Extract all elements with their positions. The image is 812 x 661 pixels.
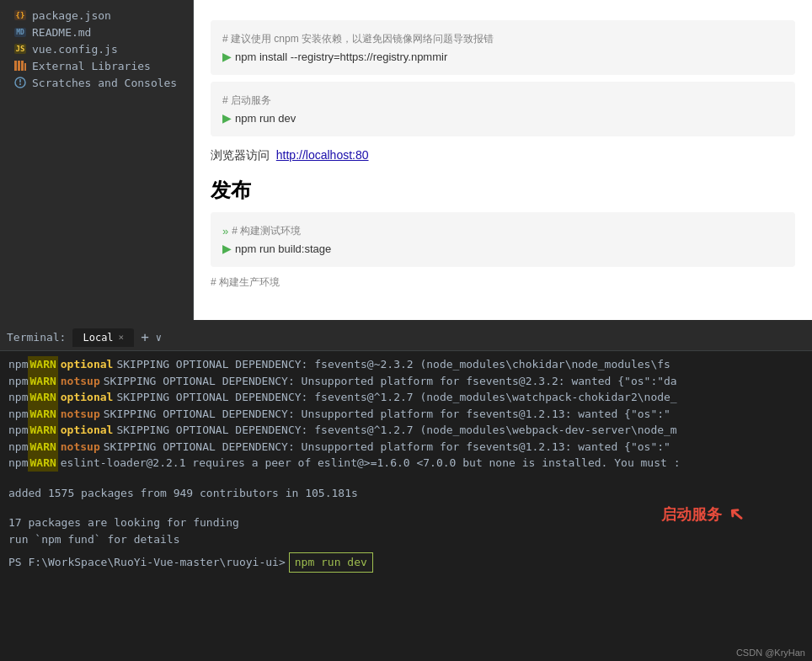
sidebar-item-label: vue.config.js — [32, 43, 118, 56]
run-arrow-icon: ▶ — [222, 50, 232, 63]
sidebar-item-label: External Libraries — [32, 60, 151, 72]
vue-config-icon: JS — [13, 42, 27, 56]
install-comment: # 建议使用 cnpm 安装依赖，以避免因镜像网络问题导致报错 — [222, 32, 494, 46]
browser-text: 浏览器访问 — [211, 148, 270, 162]
sidebar-item-scratches[interactable]: Scratches and Consoles — [0, 74, 193, 91]
sidebar-item-label: package.json — [32, 9, 111, 22]
build-test-cmd: npm run build:stage — [235, 243, 331, 255]
install-cmd-text: npm install --registry=https://registry.… — [235, 51, 447, 63]
terminal-line-3: npm WARN optional SKIPPING OPTIONAL DEPE… — [8, 389, 804, 406]
start-cmd-line: ▶ npm run dev — [222, 111, 783, 125]
annotation-container: 启动服务 ➜ — [661, 498, 745, 530]
terminal-line-7: npm WARN eslint-loader@2.2.1 requires a … — [8, 455, 804, 472]
start-comment: # 启动服务 — [222, 93, 271, 108]
start-run-icon: ▶ — [222, 111, 232, 125]
terminal-line-6: npm WARN notsup SKIPPING OPTIONAL DEPEND… — [8, 439, 804, 456]
svg-point-6 — [19, 83, 21, 85]
terminal-prompt-line: PS F:\WorkSpace\RuoYi-Vue-master\ruoyi-u… — [8, 552, 804, 573]
start-comment-line: # 启动服务 — [222, 93, 783, 108]
terminal-tab-local-label: Local — [83, 332, 113, 344]
top-section: {} package.json MD README.md JS vue.conf… — [0, 0, 812, 320]
readme-icon: MD — [13, 25, 27, 39]
svg-rect-1 — [18, 61, 20, 71]
sidebar-item-label: README.md — [32, 26, 91, 39]
terminal-line-4: npm WARN notsup SKIPPING OPTIONAL DEPEND… — [8, 406, 804, 423]
terminal-line-2: npm WARN notsup SKIPPING OPTIONAL DEPEND… — [8, 373, 804, 390]
annotation-text: 启动服务 — [661, 504, 722, 525]
scratch-icon — [13, 76, 27, 89]
sidebar-item-package-json[interactable]: {} package.json — [0, 7, 193, 24]
install-block: # 建议使用 cnpm 安装依赖，以避免因镜像网络问题导致报错 ▶ npm in… — [211, 20, 795, 75]
double-arrow-icon: » — [222, 225, 228, 237]
build-test-block: » # 构建测试环境 ▶ npm run build:stage — [211, 212, 795, 267]
start-cmd-text: npm run dev — [235, 112, 296, 125]
markdown-content: # 建议使用 cnpm 安装依赖，以避免因镜像网络问题导致报错 ▶ npm in… — [194, 0, 812, 320]
terminal-tabs-bar: Terminal: Local × + ∨ — [0, 324, 812, 351]
watermark: CSDN @KryHan — [736, 648, 805, 658]
sidebar-item-external-libraries[interactable]: External Libraries — [0, 57, 193, 74]
build-test-comment: # 构建测试环境 — [232, 224, 301, 238]
terminal-dropdown-icon[interactable]: ∨ — [156, 332, 162, 344]
library-icon — [13, 59, 27, 72]
sidebar-item-label: Scratches and Consoles — [32, 77, 177, 89]
file-tree-sidebar: {} package.json MD README.md JS vue.conf… — [0, 0, 194, 320]
install-comment-line: # 建议使用 cnpm 安装依赖，以避免因镜像网络问题导致报错 — [222, 32, 783, 46]
terminal-tab-local[interactable]: Local × — [72, 328, 134, 347]
terminal-line-1: npm WARN optional SKIPPING OPTIONAL DEPE… — [8, 356, 804, 373]
publish-header: 发布 — [211, 177, 795, 204]
prompt-cmd-box: npm run dev — [289, 552, 373, 573]
terminal-line-5: npm WARN optional SKIPPING OPTIONAL DEPE… — [8, 422, 804, 439]
build-prod-text: # 构建生产环境 — [211, 276, 280, 288]
package-json-icon: {} — [13, 8, 27, 22]
browser-url-link[interactable]: http://localhost:80 — [276, 148, 369, 162]
svg-rect-2 — [21, 61, 24, 71]
terminal-label: Terminal: — [7, 331, 66, 344]
build-test-comment-line: » # 构建测试环境 — [222, 224, 783, 238]
terminal-add-button[interactable]: + — [137, 329, 152, 345]
terminal-empty-line-1 — [8, 472, 804, 485]
terminal-fund-cmd-line: run `npm fund` for details — [8, 531, 804, 548]
browser-access-line: 浏览器访问 http://localhost:80 — [211, 148, 795, 163]
build-prod-comment: # 构建生产环境 — [211, 275, 795, 290]
build-run-icon: ▶ — [222, 242, 232, 255]
start-block: # 启动服务 ▶ npm run dev — [211, 82, 795, 136]
prompt-path: PS F:\WorkSpace\RuoYi-Vue-master\ruoyi-u… — [8, 554, 286, 571]
svg-rect-0 — [14, 61, 17, 71]
terminal-tab-close-icon[interactable]: × — [119, 332, 125, 343]
terminal-section: Terminal: Local × + ∨ npm WARN optional … — [0, 324, 812, 661]
install-cmd-line: ▶ npm install --registry=https://registr… — [222, 50, 783, 63]
svg-rect-3 — [24, 63, 26, 71]
sidebar-item-readme[interactable]: MD README.md — [0, 24, 193, 40]
build-test-cmd-line: ▶ npm run build:stage — [222, 242, 783, 255]
sidebar-item-vue-config[interactable]: JS vue.config.js — [0, 40, 193, 57]
